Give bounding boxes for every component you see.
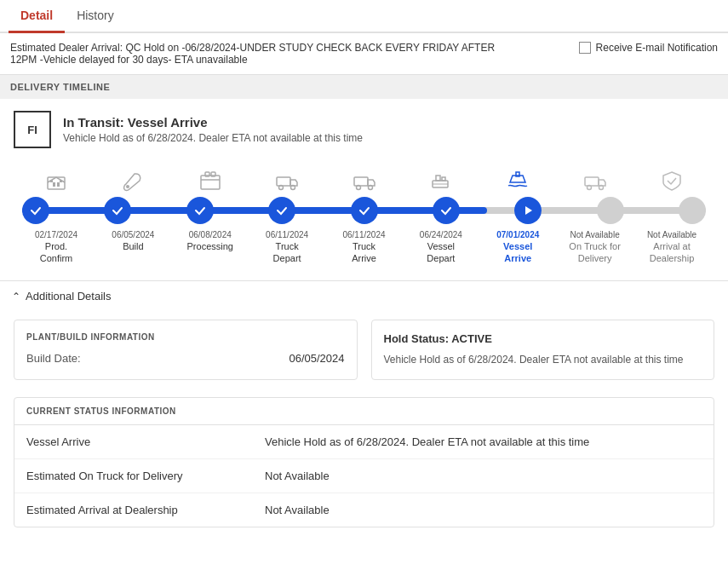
step-circle-1: [104, 197, 131, 224]
current-status-title: CURRENT STATUS INFORMATION: [14, 398, 714, 425]
step-name-5b: Depart: [427, 253, 455, 263]
additional-details-toggle[interactable]: ⌃ Additional Details: [0, 280, 728, 311]
current-status-section: CURRENT STATUS INFORMATION Vessel Arrive…: [14, 397, 714, 527]
progress-track: [22, 196, 706, 225]
transit-title: In Transit: Vessel Arrive: [63, 115, 363, 130]
step-label-5: 06/24/2024 Vessel Depart: [407, 230, 475, 263]
notification-bar: Estimated Dealer Arrival: QC Hold on -06…: [0, 33, 728, 75]
step-name-1a: Build: [123, 241, 143, 251]
step-label-4: 06/11/2024 Truck Arrive: [330, 230, 398, 263]
status-row-2: Estimated Arrival at Dealership Not Avai…: [14, 493, 714, 527]
dealership-icon: [660, 169, 684, 193]
step-date-6: 07/01/2024: [496, 230, 539, 239]
step-label-7: Not Available On Truck for Delivery: [561, 230, 629, 263]
svg-point-10: [279, 186, 284, 190]
email-notification[interactable]: Receive E-mail Notification: [579, 42, 718, 54]
svg-rect-7: [205, 172, 209, 176]
status-label-1: Estimated On Truck for Delivery: [26, 470, 265, 482]
transit-info: FI In Transit: Vessel Arrive Vehicle Hol…: [0, 99, 728, 160]
svg-rect-0: [48, 177, 65, 189]
tabs-container: Detail History: [0, 0, 728, 33]
step-name-3a: Truck: [276, 241, 299, 251]
step-name-0a: Prod.: [45, 241, 67, 251]
timeline-icons-row: [14, 169, 714, 193]
status-value-2: Not Available: [265, 504, 330, 516]
build-date-row: Build Date: 06/05/2024: [26, 352, 345, 365]
step-icon-6: [484, 169, 552, 193]
step-name-6a: Vessel: [503, 241, 532, 251]
step-circle-8: [679, 197, 706, 224]
step-label-8: Not Available Arrival at Dealership: [638, 230, 706, 263]
step-label-3: 06/11/2024 Truck Depart: [253, 230, 321, 263]
svg-rect-9: [277, 177, 290, 186]
plant-build-panel: PLANT/BUILD INFORMATION Build Date: 06/0…: [14, 320, 358, 380]
step-name-8b: Dealership: [650, 253, 695, 263]
step-date-7: Not Available: [570, 230, 620, 239]
step-name-7b: Delivery: [578, 253, 612, 263]
hold-description: Vehicle Hold as of 6/28/2024. Dealer ETA…: [384, 352, 702, 367]
svg-rect-1: [53, 182, 55, 187]
status-value-0: Vehicle Hold as of 6/28/2024. Dealer ETA…: [265, 435, 589, 448]
svg-point-5: [126, 185, 129, 188]
step-name-8a: Arrival at: [653, 241, 690, 251]
truck-arrive-icon: [353, 169, 376, 193]
timeline-container: 02/17/2024 Prod. Confirm 06/05/2024 Buil…: [0, 160, 728, 280]
step-icon-1: [99, 169, 167, 193]
svg-point-13: [356, 186, 360, 190]
step-name-0b: Confirm: [40, 253, 73, 263]
svg-rect-4: [60, 180, 62, 182]
truck-delivery-icon: [583, 169, 607, 193]
step-icon-5: [407, 169, 475, 193]
step-circle-4: [351, 197, 378, 224]
step-date-4: 06/11/2024: [342, 230, 385, 239]
step-label-1: 06/05/2024 Build: [99, 230, 167, 263]
svg-point-11: [291, 186, 295, 190]
step-name-4a: Truck: [353, 241, 375, 251]
step-circle-0: [22, 197, 49, 224]
step-icon-7: [561, 169, 629, 193]
step-name-2a: Processing: [187, 241, 233, 251]
tab-detail[interactable]: Detail: [9, 0, 65, 33]
status-label-2: Estimated Arrival at Dealership: [26, 504, 265, 516]
vessel-arrive-icon: [506, 169, 530, 193]
step-labels-row: 02/17/2024 Prod. Confirm 06/05/2024 Buil…: [22, 230, 706, 263]
step-icon-8: [638, 169, 706, 193]
status-row-1: Estimated On Truck for Delivery Not Avai…: [14, 459, 714, 493]
step-circle-7: [597, 197, 624, 224]
notification-text: Estimated Dealer Arrival: QC Hold on -06…: [10, 42, 504, 66]
transit-details: In Transit: Vessel Arrive Vehicle Hold a…: [63, 115, 363, 144]
step-circle-3: [268, 197, 295, 224]
step-name-7a: On Truck for: [569, 241, 621, 251]
svg-rect-17: [442, 177, 445, 181]
svg-rect-8: [211, 172, 215, 176]
step-label-2: 06/08/2024 Processing: [176, 230, 244, 263]
svg-point-14: [368, 186, 372, 190]
step-name-3b: Depart: [273, 253, 301, 263]
step-date-0: 02/17/2024: [35, 230, 77, 239]
tab-history[interactable]: History: [65, 0, 126, 33]
processing-icon: [198, 169, 222, 193]
circles-row: [22, 197, 706, 224]
step-date-5: 06/24/2024: [420, 230, 462, 239]
vessel-depart-icon: [429, 169, 453, 193]
email-label: Receive E-mail Notification: [596, 42, 718, 54]
transit-description: Vehicle Hold as of 6/28/2024. Dealer ETA…: [63, 132, 363, 144]
step-icon-4: [330, 169, 398, 193]
build-date-value: 06/05/2024: [289, 352, 344, 365]
truck-depart-icon: [275, 169, 299, 193]
step-date-8: Not Available: [647, 230, 696, 239]
svg-rect-19: [585, 177, 599, 186]
status-row-0: Vessel Arrive Vehicle Hold as of 6/28/20…: [14, 425, 714, 459]
info-panels: PLANT/BUILD INFORMATION Build Date: 06/0…: [0, 311, 728, 389]
step-label-6: 07/01/2024 Vessel Arrive: [484, 230, 552, 263]
wrench-icon: [121, 169, 145, 193]
step-date-1: 06/05/2024: [112, 230, 154, 239]
hold-info-panel: Hold Status: ACTIVE Vehicle Hold as of 6…: [371, 320, 715, 380]
email-checkbox[interactable]: [579, 42, 591, 54]
svg-rect-3: [50, 180, 53, 182]
step-icon-0: [22, 169, 90, 193]
factory-icon: [44, 169, 68, 193]
chevron-down-icon: ⌃: [12, 291, 20, 303]
step-label-0: 02/17/2024 Prod. Confirm: [22, 230, 90, 263]
delivery-timeline-title: DELIVERY TIMELINE: [0, 75, 728, 99]
